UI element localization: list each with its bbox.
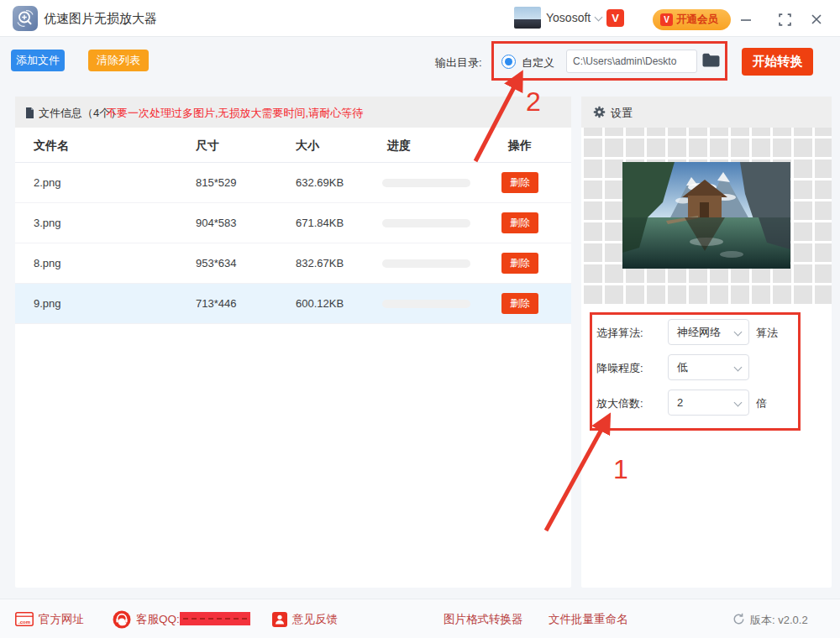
col-dimensions: 尺寸 (196, 128, 219, 163)
table-row[interactable]: 9.png 713*446 600.12KB 删除 (15, 284, 571, 324)
file-name-cell: 9.png (34, 284, 61, 324)
feedback-icon (272, 612, 287, 627)
file-size-cell: 832.67KB (296, 243, 344, 284)
vip-badge-icon[interactable]: V (606, 9, 624, 27)
col-filename: 文件名 (34, 128, 69, 163)
output-path-input[interactable] (566, 50, 697, 73)
progress-bar (382, 259, 470, 268)
progress-bar (382, 219, 470, 227)
footer-bar: .com 官方网址 客服QQ: 意见反馈 图片格式转换器 文件批量重命名 (0, 599, 840, 638)
headset-icon (113, 610, 131, 629)
svg-text:.com: .com (18, 620, 30, 625)
gear-icon (593, 106, 606, 122)
denoise-select[interactable]: 低 (668, 354, 749, 380)
output-dir-label: 输出目录: (435, 55, 482, 71)
scale-value: 2 (677, 396, 683, 409)
title-bar: 优速图片无损放大器 Yososoft V V 开通会员 (0, 0, 840, 37)
file-info-band: 文件信息（4个） 不要一次处理过多图片,无损放大需要时间,请耐心等待 (15, 97, 571, 128)
version-label: 版本: v2.0.2 (750, 613, 808, 628)
file-name-cell: 3.png (34, 203, 61, 243)
col-size: 大小 (296, 128, 319, 163)
custom-dir-radio-label[interactable]: 自定义 (522, 55, 554, 71)
settings-band: 设置 (581, 97, 832, 128)
table-row[interactable]: 3.png 904*583 671.84KB 删除 (15, 203, 571, 243)
qq-number-redaction (180, 612, 250, 625)
official-site-link[interactable]: .com 官方网址 (15, 599, 84, 638)
algorithm-suffix: 算法 (756, 326, 778, 341)
support-qq-label: 客服QQ: (136, 612, 180, 627)
account-name: Yososoft (546, 11, 591, 24)
account-dropdown[interactable]: Yososoft (546, 11, 601, 24)
settings-panel: 设置 选择算法: 神经网络 算法 降噪程度: (581, 97, 832, 588)
algorithm-select[interactable]: 神经网络 (668, 319, 749, 345)
delete-button[interactable]: 删除 (501, 293, 538, 314)
feedback-link[interactable]: 意见反馈 (272, 599, 338, 638)
scale-suffix: 倍 (756, 396, 767, 411)
close-button[interactable] (808, 11, 825, 28)
progress-bar (382, 179, 470, 187)
chevron-down-icon (595, 13, 603, 22)
file-list-panel: 文件信息（4个） 不要一次处理过多图片,无损放大需要时间,请耐心等待 文件名 尺… (15, 97, 571, 588)
file-name-cell: 2.png (34, 163, 61, 203)
file-dims-cell: 815*529 (196, 163, 236, 203)
warning-text: 不要一次处理过多图片,无损放大需要时间,请耐心等待 (106, 106, 363, 121)
support-qq-link[interactable]: 客服QQ: (113, 599, 180, 638)
start-convert-button[interactable]: 开始转换 (742, 48, 813, 76)
batch-rename-label: 文件批量重命名 (549, 612, 628, 627)
col-actions: 操作 (508, 128, 532, 163)
batch-rename-link[interactable]: 文件批量重命名 (549, 599, 628, 638)
delete-button[interactable]: 删除 (501, 253, 538, 274)
browse-folder-icon[interactable] (702, 53, 720, 71)
vip-icon: V (660, 13, 673, 26)
table-row[interactable]: 8.png 953*634 832.67KB 删除 (15, 243, 571, 284)
delete-button[interactable]: 删除 (501, 212, 538, 233)
chevron-down-icon (734, 399, 743, 407)
file-table-body: 2.png 815*529 632.69KB 删除 3.png 904*583 … (15, 163, 571, 324)
delete-button[interactable]: 删除 (501, 172, 538, 193)
scale-select[interactable]: 2 (668, 390, 749, 416)
document-icon (25, 107, 34, 122)
denoise-value: 低 (677, 360, 688, 375)
user-avatar[interactable] (514, 7, 541, 29)
check-update-icon[interactable] (732, 613, 745, 629)
table-header: 文件名 尺寸 大小 进度 操作 (15, 128, 571, 163)
file-size-cell: 632.69KB (296, 163, 344, 203)
open-vip-button[interactable]: V 开通会员 (653, 9, 731, 30)
preview-image (622, 162, 790, 269)
file-dims-cell: 713*446 (196, 284, 236, 324)
format-converter-link[interactable]: 图片格式转换器 (444, 599, 523, 638)
maximize-button[interactable] (776, 11, 793, 28)
website-icon: .com (15, 612, 34, 626)
col-progress: 进度 (387, 128, 411, 163)
chevron-down-icon (734, 328, 743, 337)
chevron-down-icon (734, 363, 743, 372)
file-name-cell: 8.png (34, 243, 61, 284)
open-vip-label: 开通会员 (676, 13, 718, 27)
app-logo-icon (13, 6, 38, 34)
file-size-cell: 671.84KB (296, 203, 344, 243)
algorithm-label: 选择算法: (596, 326, 643, 341)
feedback-label: 意见反馈 (292, 612, 338, 627)
minimize-button[interactable] (738, 11, 754, 28)
file-size-cell: 600.12KB (296, 284, 344, 324)
denoise-label: 降噪程度: (596, 361, 643, 376)
format-converter-label: 图片格式转换器 (444, 612, 523, 627)
app-title: 优速图片无损放大器 (44, 11, 157, 27)
progress-bar (382, 300, 470, 308)
clear-list-button[interactable]: 清除列表 (88, 50, 149, 71)
table-row[interactable]: 2.png 815*529 632.69KB 删除 (15, 163, 571, 203)
add-files-button[interactable]: 添加文件 (11, 50, 65, 71)
settings-title: 设置 (611, 106, 633, 121)
custom-dir-radio[interactable] (501, 55, 516, 69)
algorithm-value: 神经网络 (677, 325, 721, 340)
file-dims-cell: 953*634 (196, 243, 236, 284)
official-site-label: 官方网址 (39, 612, 84, 627)
scale-label: 放大倍数: (596, 396, 643, 411)
file-dims-cell: 904*583 (196, 203, 236, 243)
